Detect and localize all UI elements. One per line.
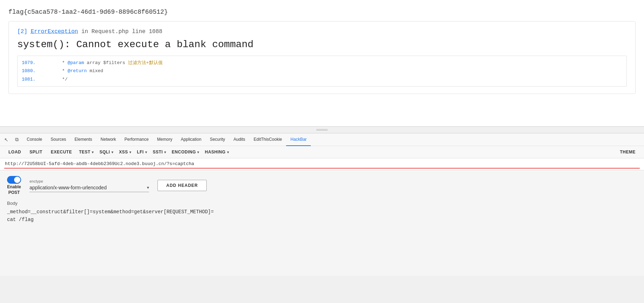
toggle-knob xyxy=(14,177,20,183)
tab-network-label: Network xyxy=(101,137,116,142)
test-dropdown-label: TEST xyxy=(79,150,91,154)
sqli-dropdown-label: SQLI xyxy=(99,150,110,154)
body-label: Body xyxy=(7,201,637,206)
hackbar-toolbar: LOAD SPLIT EXECUTE TEST ▾ SQLI ▾ XSS ▾ L… xyxy=(0,146,644,158)
tab-sources[interactable]: Sources xyxy=(46,133,70,146)
drag-lines-icon xyxy=(316,129,328,131)
cursor-icon-btn[interactable]: ↖ xyxy=(1,135,11,145)
error-class[interactable]: ErrorException xyxy=(31,29,78,35)
tab-security[interactable]: Security xyxy=(206,133,229,146)
theme-button[interactable]: THEME xyxy=(616,148,640,156)
flag-text: flag{c5aca578-1aa2-46d1-9d69-8896c8f6051… xyxy=(8,6,636,21)
body-content[interactable]: _method=__construct&filter[]=system&meth… xyxy=(7,208,637,224)
tab-memory[interactable]: Memory xyxy=(153,133,176,146)
hashing-chevron-icon: ▾ xyxy=(227,150,229,154)
sqli-chevron-icon: ▾ xyxy=(111,150,114,154)
devtools-panel: ↖ ⧉ Console Sources Elements Network Per… xyxy=(0,133,644,276)
tab-elements[interactable]: Elements xyxy=(70,133,96,146)
tab-application[interactable]: Application xyxy=(176,133,206,146)
devtools-tabs-bar: ↖ ⧉ Console Sources Elements Network Per… xyxy=(0,133,644,146)
tab-console-label: Console xyxy=(27,137,42,142)
tab-memory-label: Memory xyxy=(157,137,172,142)
split-button[interactable]: SPLIT xyxy=(25,148,47,156)
tab-performance-label: Performance xyxy=(124,137,149,142)
drag-handle[interactable] xyxy=(0,127,644,133)
error-in: in Request.php line 1088 xyxy=(81,29,162,35)
encoding-dropdown[interactable]: ENCODING ▾ xyxy=(169,148,202,156)
enable-post-toggle[interactable] xyxy=(7,176,21,184)
error-header: [2] ErrorException in Request.php line 1… xyxy=(17,29,627,35)
cursor-icon: ↖ xyxy=(4,137,8,143)
url-input[interactable] xyxy=(4,160,640,169)
lfi-dropdown-label: LFI xyxy=(137,150,144,154)
load-button[interactable]: LOAD xyxy=(4,148,25,156)
enable-label: Enable xyxy=(7,184,21,189)
url-bar-container xyxy=(0,158,644,170)
tab-hackbar-label: HackBar xyxy=(290,137,307,142)
add-header-button[interactable]: ADD HEADER xyxy=(157,180,207,191)
tab-sources-label: Sources xyxy=(51,137,66,142)
tab-console[interactable]: Console xyxy=(22,133,46,146)
encoding-chevron-icon: ▾ xyxy=(197,150,199,154)
tab-audits-label: Audits xyxy=(233,137,245,142)
enctype-label: enctype xyxy=(30,179,149,183)
code-line-1080: 1080. * @return mixed xyxy=(22,67,622,75)
enctype-chevron-icon: ▾ xyxy=(147,185,149,190)
enctype-select[interactable]: application/x-www-form-urlencoded multip… xyxy=(30,185,147,190)
device-icon: ⧉ xyxy=(15,137,19,143)
ssti-chevron-icon: ▾ xyxy=(164,150,166,154)
tab-editthiscookie-label: EditThisCookie xyxy=(254,137,282,142)
error-number: [2] xyxy=(17,29,27,35)
test-chevron-icon: ▾ xyxy=(92,150,94,154)
enctype-select-wrapper: application/x-www-form-urlencoded multip… xyxy=(30,185,149,192)
tab-audits[interactable]: Audits xyxy=(229,133,249,146)
lfi-chevron-icon: ▾ xyxy=(145,150,147,154)
lfi-dropdown[interactable]: LFI ▾ xyxy=(134,148,150,156)
xss-dropdown-label: XSS xyxy=(119,150,128,154)
post-label: POST xyxy=(8,190,20,195)
tab-network[interactable]: Network xyxy=(96,133,120,146)
code-line-1081: 1081. */ xyxy=(22,75,622,83)
line-number-1081: 1081. xyxy=(22,75,43,83)
line-number-1080: 1080. xyxy=(22,67,43,75)
device-toggle-btn[interactable]: ⧉ xyxy=(12,135,22,145)
top-content-area: flag{c5aca578-1aa2-46d1-9d69-8896c8f6051… xyxy=(0,0,644,127)
error-title: system(): Cannot execute a blank command xyxy=(17,39,627,50)
hashing-dropdown-label: HASHING xyxy=(205,150,226,154)
hackbar-body: Enable POST enctype application/x-www-fo… xyxy=(0,170,644,276)
error-box: [2] ErrorException in Request.php line 1… xyxy=(8,21,636,94)
tab-editthiscookie[interactable]: EditThisCookie xyxy=(250,133,286,146)
ssti-dropdown[interactable]: SSTI ▾ xyxy=(150,148,169,156)
xss-dropdown[interactable]: XSS ▾ xyxy=(116,148,134,156)
execute-button[interactable]: EXECUTE xyxy=(47,148,76,156)
tab-performance[interactable]: Performance xyxy=(120,133,153,146)
sqli-dropdown[interactable]: SQLI ▾ xyxy=(97,148,116,156)
encoding-dropdown-label: ENCODING xyxy=(172,150,196,154)
body-section: Body _method=__construct&filter[]=system… xyxy=(7,201,637,224)
code-line-1079: 1079. * @param array $filters 过滤方法+默认值 xyxy=(22,59,622,67)
tab-security-label: Security xyxy=(210,137,225,142)
enable-post-toggle-container: Enable POST xyxy=(7,176,21,195)
tab-elements-label: Elements xyxy=(75,137,92,142)
post-row: Enable POST enctype application/x-www-fo… xyxy=(7,176,637,195)
tab-hackbar[interactable]: HackBar xyxy=(286,133,311,146)
xss-chevron-icon: ▾ xyxy=(129,150,131,154)
code-snippet: 1079. * @param array $filters 过滤方法+默认值 1… xyxy=(17,56,627,87)
hashing-dropdown[interactable]: HASHING ▾ xyxy=(202,148,232,156)
tab-application-label: Application xyxy=(181,137,201,142)
line-number-1079: 1079. xyxy=(22,59,43,67)
test-dropdown[interactable]: TEST ▾ xyxy=(76,148,97,156)
ssti-dropdown-label: SSTI xyxy=(153,150,163,154)
enctype-group: enctype application/x-www-form-urlencode… xyxy=(30,179,149,192)
